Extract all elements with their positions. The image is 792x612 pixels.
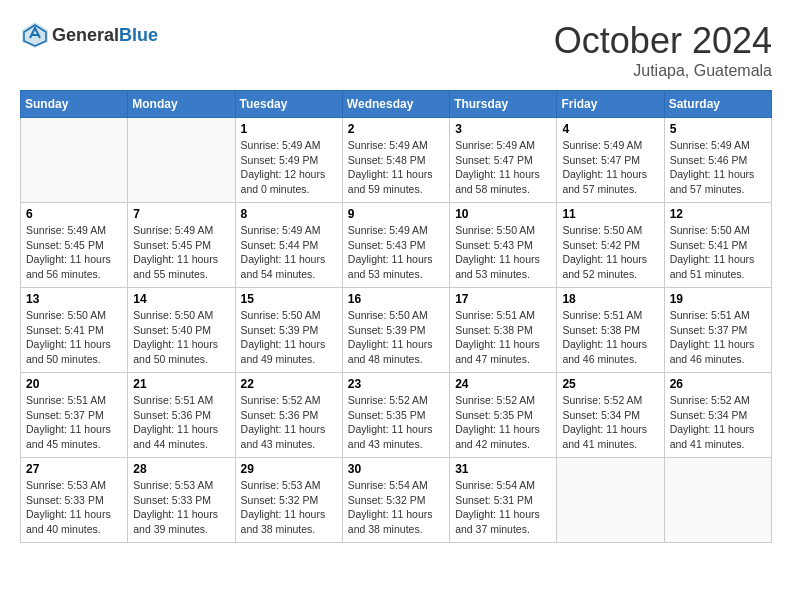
day-number: 26 xyxy=(670,377,766,391)
day-info: Sunrise: 5:50 AMSunset: 5:41 PMDaylight:… xyxy=(670,223,766,282)
day-number: 8 xyxy=(241,207,337,221)
day-number: 28 xyxy=(133,462,229,476)
day-info: Sunrise: 5:51 AMSunset: 5:36 PMDaylight:… xyxy=(133,393,229,452)
logo-blue: Blue xyxy=(119,25,158,45)
day-info: Sunrise: 5:50 AMSunset: 5:39 PMDaylight:… xyxy=(348,308,444,367)
weekday-header: Monday xyxy=(128,91,235,118)
day-info: Sunrise: 5:50 AMSunset: 5:41 PMDaylight:… xyxy=(26,308,122,367)
calendar-week-row: 1Sunrise: 5:49 AMSunset: 5:49 PMDaylight… xyxy=(21,118,772,203)
calendar-cell: 6Sunrise: 5:49 AMSunset: 5:45 PMDaylight… xyxy=(21,203,128,288)
weekday-header: Sunday xyxy=(21,91,128,118)
weekday-header: Thursday xyxy=(450,91,557,118)
page-header: GeneralBlue October 2024 Jutiapa, Guatem… xyxy=(20,20,772,80)
calendar-cell: 23Sunrise: 5:52 AMSunset: 5:35 PMDayligh… xyxy=(342,373,449,458)
day-number: 14 xyxy=(133,292,229,306)
day-info: Sunrise: 5:49 AMSunset: 5:45 PMDaylight:… xyxy=(26,223,122,282)
day-number: 3 xyxy=(455,122,551,136)
day-info: Sunrise: 5:49 AMSunset: 5:49 PMDaylight:… xyxy=(241,138,337,197)
calendar-cell xyxy=(128,118,235,203)
day-number: 27 xyxy=(26,462,122,476)
calendar-week-row: 20Sunrise: 5:51 AMSunset: 5:37 PMDayligh… xyxy=(21,373,772,458)
calendar-cell: 13Sunrise: 5:50 AMSunset: 5:41 PMDayligh… xyxy=(21,288,128,373)
day-info: Sunrise: 5:49 AMSunset: 5:43 PMDaylight:… xyxy=(348,223,444,282)
logo-text: GeneralBlue xyxy=(52,25,158,46)
calendar-cell: 8Sunrise: 5:49 AMSunset: 5:44 PMDaylight… xyxy=(235,203,342,288)
day-info: Sunrise: 5:49 AMSunset: 5:45 PMDaylight:… xyxy=(133,223,229,282)
day-number: 15 xyxy=(241,292,337,306)
calendar-cell xyxy=(664,458,771,543)
calendar-cell: 22Sunrise: 5:52 AMSunset: 5:36 PMDayligh… xyxy=(235,373,342,458)
day-number: 11 xyxy=(562,207,658,221)
day-number: 9 xyxy=(348,207,444,221)
day-info: Sunrise: 5:50 AMSunset: 5:39 PMDaylight:… xyxy=(241,308,337,367)
day-info: Sunrise: 5:54 AMSunset: 5:31 PMDaylight:… xyxy=(455,478,551,537)
day-info: Sunrise: 5:52 AMSunset: 5:34 PMDaylight:… xyxy=(670,393,766,452)
day-number: 22 xyxy=(241,377,337,391)
weekday-header: Tuesday xyxy=(235,91,342,118)
location-subtitle: Jutiapa, Guatemala xyxy=(554,62,772,80)
calendar-cell: 21Sunrise: 5:51 AMSunset: 5:36 PMDayligh… xyxy=(128,373,235,458)
day-info: Sunrise: 5:51 AMSunset: 5:38 PMDaylight:… xyxy=(455,308,551,367)
day-info: Sunrise: 5:50 AMSunset: 5:43 PMDaylight:… xyxy=(455,223,551,282)
day-number: 5 xyxy=(670,122,766,136)
day-number: 6 xyxy=(26,207,122,221)
calendar-cell: 20Sunrise: 5:51 AMSunset: 5:37 PMDayligh… xyxy=(21,373,128,458)
day-number: 2 xyxy=(348,122,444,136)
day-info: Sunrise: 5:53 AMSunset: 5:33 PMDaylight:… xyxy=(133,478,229,537)
day-number: 12 xyxy=(670,207,766,221)
day-number: 1 xyxy=(241,122,337,136)
day-info: Sunrise: 5:50 AMSunset: 5:42 PMDaylight:… xyxy=(562,223,658,282)
calendar-cell: 25Sunrise: 5:52 AMSunset: 5:34 PMDayligh… xyxy=(557,373,664,458)
day-info: Sunrise: 5:52 AMSunset: 5:35 PMDaylight:… xyxy=(348,393,444,452)
title-area: October 2024 Jutiapa, Guatemala xyxy=(554,20,772,80)
calendar-week-row: 6Sunrise: 5:49 AMSunset: 5:45 PMDaylight… xyxy=(21,203,772,288)
day-number: 18 xyxy=(562,292,658,306)
calendar-cell: 27Sunrise: 5:53 AMSunset: 5:33 PMDayligh… xyxy=(21,458,128,543)
day-number: 30 xyxy=(348,462,444,476)
calendar-cell: 5Sunrise: 5:49 AMSunset: 5:46 PMDaylight… xyxy=(664,118,771,203)
day-info: Sunrise: 5:52 AMSunset: 5:36 PMDaylight:… xyxy=(241,393,337,452)
day-number: 17 xyxy=(455,292,551,306)
logo: GeneralBlue xyxy=(20,20,158,50)
day-info: Sunrise: 5:49 AMSunset: 5:47 PMDaylight:… xyxy=(455,138,551,197)
calendar-cell: 2Sunrise: 5:49 AMSunset: 5:48 PMDaylight… xyxy=(342,118,449,203)
calendar-week-row: 13Sunrise: 5:50 AMSunset: 5:41 PMDayligh… xyxy=(21,288,772,373)
day-number: 29 xyxy=(241,462,337,476)
weekday-header: Friday xyxy=(557,91,664,118)
day-number: 19 xyxy=(670,292,766,306)
calendar-cell: 10Sunrise: 5:50 AMSunset: 5:43 PMDayligh… xyxy=(450,203,557,288)
calendar-cell: 19Sunrise: 5:51 AMSunset: 5:37 PMDayligh… xyxy=(664,288,771,373)
calendar-cell: 18Sunrise: 5:51 AMSunset: 5:38 PMDayligh… xyxy=(557,288,664,373)
calendar-cell: 3Sunrise: 5:49 AMSunset: 5:47 PMDaylight… xyxy=(450,118,557,203)
logo-icon xyxy=(20,20,50,50)
day-info: Sunrise: 5:51 AMSunset: 5:38 PMDaylight:… xyxy=(562,308,658,367)
calendar-cell: 11Sunrise: 5:50 AMSunset: 5:42 PMDayligh… xyxy=(557,203,664,288)
calendar-cell: 7Sunrise: 5:49 AMSunset: 5:45 PMDaylight… xyxy=(128,203,235,288)
day-number: 23 xyxy=(348,377,444,391)
calendar-cell: 12Sunrise: 5:50 AMSunset: 5:41 PMDayligh… xyxy=(664,203,771,288)
day-number: 4 xyxy=(562,122,658,136)
calendar-cell: 15Sunrise: 5:50 AMSunset: 5:39 PMDayligh… xyxy=(235,288,342,373)
day-info: Sunrise: 5:54 AMSunset: 5:32 PMDaylight:… xyxy=(348,478,444,537)
calendar-header-row: SundayMondayTuesdayWednesdayThursdayFrid… xyxy=(21,91,772,118)
day-info: Sunrise: 5:53 AMSunset: 5:33 PMDaylight:… xyxy=(26,478,122,537)
calendar-cell xyxy=(557,458,664,543)
day-info: Sunrise: 5:49 AMSunset: 5:44 PMDaylight:… xyxy=(241,223,337,282)
day-number: 25 xyxy=(562,377,658,391)
day-number: 16 xyxy=(348,292,444,306)
day-info: Sunrise: 5:52 AMSunset: 5:35 PMDaylight:… xyxy=(455,393,551,452)
calendar-cell: 28Sunrise: 5:53 AMSunset: 5:33 PMDayligh… xyxy=(128,458,235,543)
calendar-cell: 17Sunrise: 5:51 AMSunset: 5:38 PMDayligh… xyxy=(450,288,557,373)
day-number: 21 xyxy=(133,377,229,391)
calendar-cell: 4Sunrise: 5:49 AMSunset: 5:47 PMDaylight… xyxy=(557,118,664,203)
calendar-cell: 16Sunrise: 5:50 AMSunset: 5:39 PMDayligh… xyxy=(342,288,449,373)
day-number: 31 xyxy=(455,462,551,476)
calendar-cell: 29Sunrise: 5:53 AMSunset: 5:32 PMDayligh… xyxy=(235,458,342,543)
logo-general: General xyxy=(52,25,119,45)
day-number: 10 xyxy=(455,207,551,221)
day-info: Sunrise: 5:49 AMSunset: 5:47 PMDaylight:… xyxy=(562,138,658,197)
calendar-cell xyxy=(21,118,128,203)
month-title: October 2024 xyxy=(554,20,772,62)
calendar-table: SundayMondayTuesdayWednesdayThursdayFrid… xyxy=(20,90,772,543)
weekday-header: Saturday xyxy=(664,91,771,118)
